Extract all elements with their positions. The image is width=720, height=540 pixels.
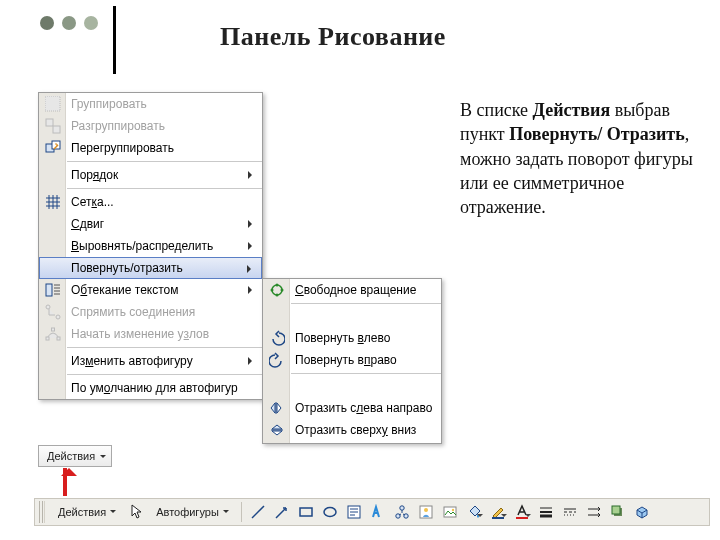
menu-item-label: Сетка...: [71, 195, 114, 209]
deco-dot: [62, 16, 76, 30]
menu-separator: [291, 373, 441, 395]
toolbar-pointer-button[interactable]: [125, 501, 147, 523]
menu-item-изменить-автофигуру[interactable]: Изменить автофигуру: [39, 350, 262, 372]
toolbar-textbox-button[interactable]: [343, 501, 365, 523]
blank-icon: [43, 379, 63, 397]
desc-bold-actions: Действия: [533, 100, 611, 120]
submenu-item-rot-right[interactable]: Повернуть вправо: [263, 349, 441, 371]
desc-bold-rotate: Повернуть/ Отразить: [509, 124, 685, 144]
toolbar-fill-button[interactable]: [463, 501, 485, 523]
svg-rect-4: [53, 126, 60, 133]
toolbar-arrow-button[interactable]: [271, 501, 293, 523]
svg-point-15: [281, 289, 284, 292]
toolbar-3d-button[interactable]: [631, 501, 653, 523]
svg-point-27: [452, 509, 454, 511]
menu-item-начать-изменение-узлов: Начать изменение узлов: [39, 323, 262, 345]
svg-rect-26: [444, 507, 456, 517]
menu-item-label: По умолчанию для автофигур: [71, 381, 238, 395]
menu-item-повернуть-отразить[interactable]: Повернуть/отразить: [39, 257, 262, 279]
submenu-item-label: Свободное вращение: [295, 283, 416, 297]
menu-separator: [67, 188, 262, 189]
menu-separator: [67, 347, 262, 348]
menu-item-выровнять-распределить[interactable]: Выровнять/распределить: [39, 235, 262, 257]
menu-separator: [67, 161, 262, 162]
deco-dot: [84, 16, 98, 30]
submenu-item-label: Повернуть влево: [295, 331, 390, 345]
svg-point-16: [276, 294, 279, 297]
menu-item-перегруппировать[interactable]: Перегруппировать: [39, 137, 262, 159]
menu-item-label: Перегруппировать: [71, 141, 174, 155]
svg-rect-3: [46, 119, 53, 126]
toolbar-oval-button[interactable]: [319, 501, 341, 523]
svg-point-14: [276, 284, 279, 287]
svg-point-19: [324, 508, 336, 517]
toolbar-autoshapes-button[interactable]: Автофигуры: [149, 501, 236, 523]
menu-item-порядок[interactable]: Порядок: [39, 164, 262, 186]
toolbar-rect-button[interactable]: [295, 501, 317, 523]
svg-rect-18: [300, 508, 312, 516]
toolbar-fontcolor-button[interactable]: [511, 501, 533, 523]
blank-icon: [43, 352, 63, 370]
toolbar-line-button[interactable]: [247, 501, 269, 523]
toolbar-shadow-button[interactable]: [607, 501, 629, 523]
submenu-item-flip-h[interactable]: Отразить слева направо: [263, 397, 441, 419]
svg-rect-2: [45, 96, 60, 111]
menu-item-группировать: Группировать: [39, 93, 262, 115]
deco-line: [113, 6, 116, 74]
toolbar-diagram-button[interactable]: [391, 501, 413, 523]
svg-rect-11: [57, 337, 60, 340]
svg-point-25: [424, 508, 428, 512]
menu-item-сетка-[interactable]: Сетка...: [39, 191, 262, 213]
svg-point-21: [400, 506, 404, 510]
svg-rect-12: [52, 328, 55, 331]
menu-item-разгруппировать: Разгруппировать: [39, 115, 262, 137]
slide-description: В списке Действия выбрав пункт Повернуть…: [460, 98, 700, 219]
rot-right-icon: [267, 351, 287, 369]
group-icon: [43, 95, 63, 113]
toolbar-clipart-button[interactable]: [415, 501, 437, 523]
svg-point-9: [56, 315, 60, 319]
nodes-icon: [43, 325, 63, 343]
toolbar-arrowstyle-button[interactable]: [583, 501, 605, 523]
actions-menu: ГруппироватьРазгруппироватьПерегруппиров…: [38, 92, 263, 400]
grid-icon: [43, 193, 63, 211]
callout-arrow: [63, 468, 67, 496]
toolbar-separator: [241, 502, 242, 522]
menu-item-label: Спрямить соединения: [71, 305, 195, 319]
blank-icon: [43, 166, 63, 184]
submenu-item-rot-left[interactable]: Повернуть влево: [263, 327, 441, 349]
svg-point-8: [46, 305, 50, 309]
menu-item-обтекание-текстом[interactable]: Обтекание текстом: [39, 279, 262, 301]
free-rotate-icon: [267, 281, 287, 299]
toolbar-wordart-button[interactable]: [367, 501, 389, 523]
svg-rect-31: [612, 506, 620, 514]
submenu-item-free-rotate[interactable]: Свободное вращение: [263, 279, 441, 301]
submenu-item-label: Отразить сверху вниз: [295, 423, 416, 437]
submenu-item-flip-v[interactable]: Отразить сверху вниз: [263, 419, 441, 441]
submenu-item-label: Повернуть вправо: [295, 353, 397, 367]
toolbar-picture-button[interactable]: [439, 501, 461, 523]
menu-item-спрямить-соединения: Спрямить соединения: [39, 301, 262, 323]
slide-title: Панель Рисование: [220, 22, 446, 52]
svg-point-17: [271, 289, 274, 292]
menu-item-по-умолчанию-для-автофигур[interactable]: По умолчанию для автофигур: [39, 377, 262, 399]
deco-dot: [40, 16, 54, 30]
svg-rect-7: [46, 284, 52, 296]
menu-item-сдвиг[interactable]: Сдвиг: [39, 213, 262, 235]
wrap-icon: [43, 281, 63, 299]
menu-item-label: Обтекание текстом: [71, 283, 178, 297]
toolbar-actions-button[interactable]: Действия: [51, 501, 123, 523]
toolbar-linestyle-button[interactable]: [559, 501, 581, 523]
menu-item-label: Выровнять/распределить: [71, 239, 213, 253]
regroup-icon: [43, 139, 63, 157]
ungroup-icon: [43, 117, 63, 135]
submenu-item-label: Отразить слева направо: [295, 401, 432, 415]
rot-left-icon: [267, 329, 287, 347]
menu-item-label: Повернуть/отразить: [71, 261, 183, 275]
blank-icon: [43, 237, 63, 255]
toolbar-grip[interactable]: [39, 501, 45, 523]
toolbar-linecolor-button[interactable]: [487, 501, 509, 523]
desc-text: В списке: [460, 100, 533, 120]
svg-rect-10: [46, 337, 49, 340]
toolbar-lineweight-button[interactable]: [535, 501, 557, 523]
